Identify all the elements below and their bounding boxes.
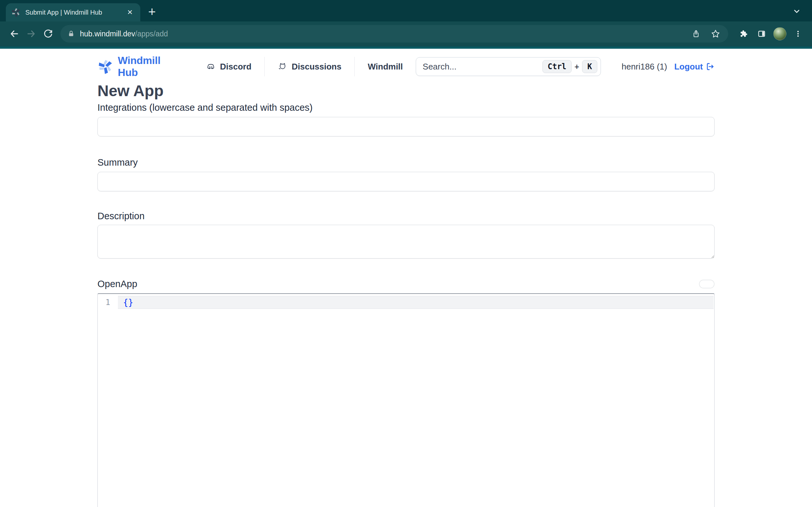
browser-tab-strip: Submit App | Windmill Hub ✕ + (0, 0, 812, 21)
url-text: hub.windmill.dev/apps/add (80, 30, 688, 38)
summary-input[interactable] (98, 172, 714, 191)
integrations-input[interactable] (98, 117, 714, 136)
back-button[interactable] (6, 25, 23, 42)
summary-label: Summary (98, 157, 714, 168)
logout-label: Logout (674, 62, 703, 72)
tab-title: Submit App | Windmill Hub (25, 9, 125, 16)
kebab-menu-icon (794, 30, 802, 38)
site-header: Windmill Hub Discord Discussi (98, 54, 714, 79)
new-tab-button[interactable]: + (144, 4, 160, 19)
profile-button[interactable] (772, 26, 788, 42)
side-panel-button[interactable] (754, 26, 770, 42)
tab-close-icon[interactable]: ✕ (125, 7, 135, 17)
extensions-button[interactable] (735, 26, 752, 42)
line-number: 1 (98, 296, 118, 309)
nav-label-discussions: Discussions (292, 62, 341, 72)
url-host: hub.windmill.dev (80, 30, 135, 38)
code-content: {} (123, 297, 133, 307)
nav-item-windmill[interactable]: Windmill (354, 57, 416, 76)
kbd-ctrl: Ctrl (542, 60, 572, 73)
search-input[interactable]: Search... Ctrl + K (416, 57, 600, 76)
back-arrow-icon (9, 29, 19, 39)
browser-menu-button[interactable] (790, 26, 806, 42)
lock-icon (68, 30, 75, 37)
main-nav: Discord Discussions Windmill (193, 57, 416, 76)
browser-toolbar: hub.windmill.dev/apps/add (0, 21, 812, 46)
openapp-code-editor[interactable]: 1 {} (98, 293, 714, 507)
share-icon (692, 30, 700, 38)
windmill-logo-icon (98, 57, 113, 76)
reload-button[interactable] (40, 25, 57, 42)
github-icon (278, 62, 287, 71)
description-label: Description (98, 211, 714, 222)
kbd-plus: + (575, 62, 579, 71)
puzzle-icon (739, 30, 748, 38)
username: henri186 (1) (622, 62, 667, 72)
urlbar-actions (688, 26, 723, 42)
reload-icon (44, 29, 53, 38)
forward-arrow-icon (26, 29, 36, 39)
avatar (773, 27, 786, 40)
nav-label-discord: Discord (220, 62, 251, 72)
nav-item-discord[interactable]: Discord (193, 57, 265, 76)
brand-home-link[interactable]: Windmill Hub (98, 55, 175, 78)
openapp-row: OpenApp (98, 279, 714, 289)
kbd-k: K (582, 60, 597, 73)
brand-name: Windmill Hub (118, 55, 175, 78)
bookmark-button[interactable] (707, 26, 723, 42)
browser-tab[interactable]: Submit App | Windmill Hub ✕ (6, 3, 140, 21)
current-line-highlight: {} (118, 296, 713, 309)
openapp-toggle[interactable] (699, 280, 714, 288)
description-textarea[interactable] (98, 225, 714, 259)
nav-item-discussions[interactable]: Discussions (265, 57, 354, 76)
toolbar-right-cluster (735, 26, 806, 42)
forward-button[interactable] (23, 25, 40, 42)
logout-button[interactable]: Logout (674, 62, 714, 72)
page-body: Windmill Hub Discord Discussi (0, 49, 812, 507)
user-area: henri186 (1) Logout (622, 62, 714, 72)
integrations-label: Integrations (lowercase and separated wi… (98, 102, 714, 113)
share-button[interactable] (688, 26, 704, 42)
code-line: 1 {} (98, 296, 714, 309)
side-panel-icon (757, 30, 766, 38)
url-path: /apps/add (135, 30, 168, 38)
nav-label-windmill: Windmill (368, 62, 403, 72)
tab-search-chevron-icon[interactable] (793, 7, 801, 15)
windmill-favicon-icon (11, 7, 21, 17)
discord-icon (206, 62, 216, 71)
address-bar[interactable]: hub.windmill.dev/apps/add (60, 25, 728, 43)
toolbar-accent-line (0, 46, 812, 49)
openapp-label: OpenApp (98, 279, 137, 289)
star-icon (711, 29, 720, 38)
logout-icon (705, 62, 714, 71)
page-title: New App (98, 82, 714, 100)
search-placeholder: Search... (422, 62, 542, 72)
